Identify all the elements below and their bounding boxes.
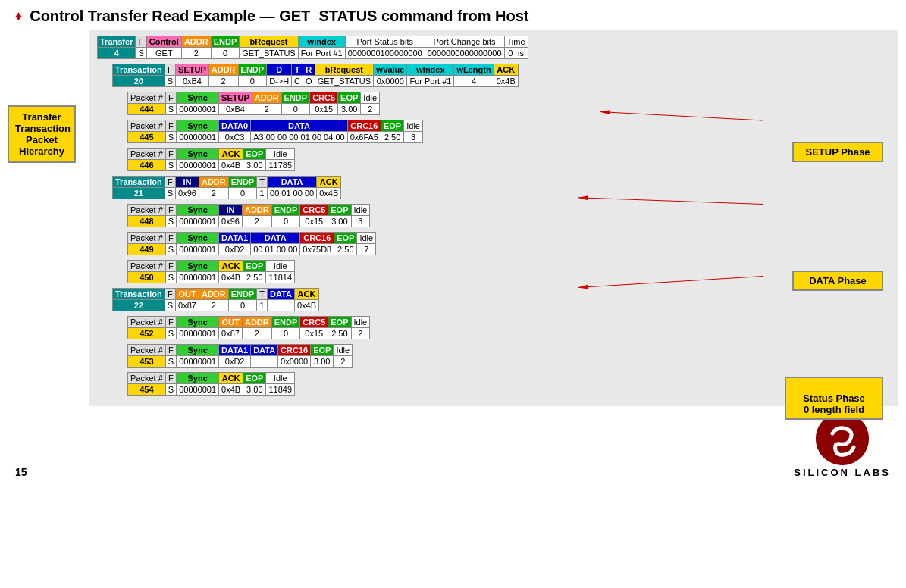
transaction-20-table: Transaction F SETUP ADDR ENDP D T R bReq… — [112, 64, 519, 87]
packet-449-table: Packet # F Sync DATA1 DATA CRC16 EOP Idl… — [127, 232, 376, 255]
packet-445-table: Packet # F Sync DATA0 DATA CRC16 EOP Idl… — [127, 120, 423, 143]
page-number: 15 — [15, 466, 27, 478]
setup-phase-label: SETUP Phase — [792, 142, 883, 162]
transfer-hierarchy-label: Transfer Transaction Packet Hierarchy — [8, 105, 76, 163]
status-phase-label: Status Phase0 length field — [785, 377, 883, 420]
data-phase-label: DATA Phase — [792, 271, 883, 291]
packet-448-table: Packet # F Sync IN ADDR ENDP CRC5 EOP Id… — [127, 204, 370, 227]
svg-point-4 — [816, 412, 869, 465]
packet-450-table: Packet # F Sync ACK EOP Idle 450 S 00000… — [127, 260, 295, 283]
packet-444-table: Packet # F Sync SETUP ADDR ENDP CRC5 EOP… — [127, 92, 380, 115]
packet-453-table: Packet # F Sync DATA1 DATA CRC16 EOP Idl… — [127, 344, 353, 368]
packet-454-table: Packet # F Sync ACK EOP Idle 454 S 00000… — [127, 372, 295, 396]
silicon-labs-logo: SILICON LABS — [794, 412, 891, 478]
diamond-icon: ♦ — [15, 8, 22, 24]
page-title: ♦ Control Transfer Read Example — GET_ST… — [0, 0, 906, 30]
packet-452-table: Packet # F Sync OUT ADDR ENDP CRC5 EOP I… — [127, 316, 370, 339]
transaction-21-table: Transaction F IN ADDR ENDP T DATA ACK 21… — [112, 176, 341, 199]
packet-446-table: Packet # F Sync ACK EOP Idle 446 S 00000… — [127, 148, 295, 171]
transaction-22-table: Transaction F OUT ADDR ENDP T DATA ACK 2… — [112, 288, 319, 311]
transfer-table: Transfer F Control ADDR ENDP bRequest wi… — [97, 36, 528, 59]
